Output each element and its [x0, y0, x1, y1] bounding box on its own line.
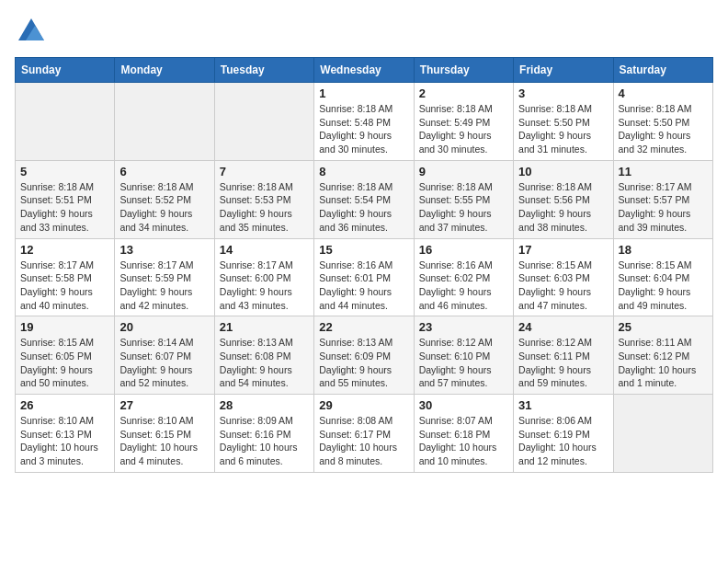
day-number: 9 — [419, 165, 508, 178]
calendar-table: SundayMondayTuesdayWednesdayThursdayFrid… — [15, 57, 713, 473]
calendar-header-row: SundayMondayTuesdayWednesdayThursdayFrid… — [16, 58, 713, 83]
calendar-day-cell: 27Sunrise: 8:10 AM Sunset: 6:15 PM Dayli… — [115, 395, 214, 473]
day-info: Sunrise: 8:17 AM Sunset: 5:59 PM Dayligh… — [119, 259, 209, 313]
day-number: 16 — [419, 243, 508, 257]
calendar-day-cell: 4Sunrise: 8:18 AM Sunset: 5:50 PM Daylig… — [613, 83, 712, 161]
day-number: 29 — [319, 398, 408, 412]
day-number: 12 — [20, 243, 109, 257]
calendar-day-cell: 3Sunrise: 8:18 AM Sunset: 5:50 PM Daylig… — [514, 83, 613, 161]
day-of-week-header: Thursday — [414, 58, 513, 83]
day-info: Sunrise: 8:08 AM Sunset: 6:17 PM Dayligh… — [319, 414, 408, 468]
calendar-week-row: 19Sunrise: 8:15 AM Sunset: 6:05 PM Dayli… — [16, 316, 713, 395]
day-number: 21 — [220, 320, 309, 334]
calendar-day-cell: 31Sunrise: 8:06 AM Sunset: 6:19 PM Dayli… — [514, 395, 613, 473]
day-info: Sunrise: 8:18 AM Sunset: 5:54 PM Dayligh… — [319, 180, 408, 235]
calendar-day-cell: 11Sunrise: 8:17 AM Sunset: 5:57 PM Dayli… — [613, 160, 712, 238]
calendar-day-cell: 29Sunrise: 8:08 AM Sunset: 6:17 PM Dayli… — [314, 395, 414, 473]
calendar-week-row: 12Sunrise: 8:17 AM Sunset: 5:58 PM Dayli… — [16, 238, 713, 316]
calendar-day-cell: 25Sunrise: 8:11 AM Sunset: 6:12 PM Dayli… — [613, 316, 712, 395]
day-number: 11 — [619, 165, 708, 178]
calendar-day-cell: 19Sunrise: 8:15 AM Sunset: 6:05 PM Dayli… — [16, 316, 115, 395]
calendar-week-row: 1Sunrise: 8:18 AM Sunset: 5:48 PM Daylig… — [16, 83, 713, 161]
day-number: 20 — [119, 320, 209, 334]
day-number: 24 — [518, 320, 608, 334]
calendar-day-cell: 10Sunrise: 8:18 AM Sunset: 5:56 PM Dayli… — [514, 160, 613, 238]
calendar-day-cell: 30Sunrise: 8:07 AM Sunset: 6:18 PM Dayli… — [414, 395, 513, 473]
day-info: Sunrise: 8:18 AM Sunset: 5:50 PM Dayligh… — [619, 102, 708, 156]
calendar-day-cell: 14Sunrise: 8:17 AM Sunset: 6:00 PM Dayli… — [214, 238, 313, 316]
calendar-day-cell — [214, 83, 313, 161]
day-of-week-header: Monday — [115, 58, 214, 83]
calendar-day-cell: 23Sunrise: 8:12 AM Sunset: 6:10 PM Dayli… — [414, 316, 513, 395]
calendar-day-cell: 20Sunrise: 8:14 AM Sunset: 6:07 PM Dayli… — [115, 316, 214, 395]
calendar-day-cell: 2Sunrise: 8:18 AM Sunset: 5:49 PM Daylig… — [414, 83, 513, 161]
day-number: 13 — [119, 243, 209, 257]
calendar-day-cell: 8Sunrise: 8:18 AM Sunset: 5:54 PM Daylig… — [314, 160, 414, 238]
calendar-day-cell: 18Sunrise: 8:15 AM Sunset: 6:04 PM Dayli… — [613, 238, 712, 316]
day-info: Sunrise: 8:18 AM Sunset: 5:51 PM Dayligh… — [20, 180, 109, 235]
calendar-day-cell: 24Sunrise: 8:12 AM Sunset: 6:11 PM Dayli… — [514, 316, 613, 395]
calendar-day-cell: 26Sunrise: 8:10 AM Sunset: 6:13 PM Dayli… — [16, 395, 115, 473]
day-info: Sunrise: 8:10 AM Sunset: 6:15 PM Dayligh… — [119, 414, 209, 468]
day-number: 31 — [518, 398, 608, 412]
day-info: Sunrise: 8:06 AM Sunset: 6:19 PM Dayligh… — [518, 414, 608, 468]
day-number: 15 — [319, 243, 408, 257]
day-number: 1 — [319, 86, 408, 100]
calendar-day-cell — [16, 83, 115, 161]
calendar-day-cell: 17Sunrise: 8:15 AM Sunset: 6:03 PM Dayli… — [514, 238, 613, 316]
day-info: Sunrise: 8:15 AM Sunset: 6:04 PM Dayligh… — [619, 259, 708, 313]
day-info: Sunrise: 8:13 AM Sunset: 6:08 PM Dayligh… — [220, 336, 309, 390]
day-number: 14 — [220, 243, 309, 257]
day-info: Sunrise: 8:14 AM Sunset: 6:07 PM Dayligh… — [119, 336, 209, 390]
calendar-day-cell — [115, 83, 214, 161]
day-number: 26 — [20, 398, 109, 412]
day-number: 8 — [319, 165, 408, 178]
calendar-day-cell: 21Sunrise: 8:13 AM Sunset: 6:08 PM Dayli… — [214, 316, 313, 395]
day-number: 25 — [619, 320, 708, 334]
day-info: Sunrise: 8:09 AM Sunset: 6:16 PM Dayligh… — [220, 414, 309, 468]
day-number: 6 — [119, 165, 209, 178]
calendar-day-cell: 7Sunrise: 8:18 AM Sunset: 5:53 PM Daylig… — [214, 160, 313, 238]
day-info: Sunrise: 8:15 AM Sunset: 6:05 PM Dayligh… — [20, 336, 109, 390]
day-of-week-header: Saturday — [613, 58, 712, 83]
calendar-day-cell: 1Sunrise: 8:18 AM Sunset: 5:48 PM Daylig… — [314, 83, 414, 161]
day-info: Sunrise: 8:17 AM Sunset: 6:00 PM Dayligh… — [220, 259, 309, 313]
day-info: Sunrise: 8:15 AM Sunset: 6:03 PM Dayligh… — [518, 259, 608, 313]
calendar-week-row: 26Sunrise: 8:10 AM Sunset: 6:13 PM Dayli… — [16, 395, 713, 473]
day-info: Sunrise: 8:18 AM Sunset: 5:53 PM Dayligh… — [220, 180, 309, 235]
day-info: Sunrise: 8:18 AM Sunset: 5:52 PM Dayligh… — [119, 180, 209, 235]
day-number: 22 — [319, 320, 408, 334]
day-of-week-header: Sunday — [16, 58, 115, 83]
day-number: 3 — [518, 86, 608, 100]
logo — [15, 15, 51, 48]
day-number: 30 — [419, 398, 508, 412]
calendar-day-cell: 28Sunrise: 8:09 AM Sunset: 6:16 PM Dayli… — [214, 395, 313, 473]
day-info: Sunrise: 8:17 AM Sunset: 5:57 PM Dayligh… — [619, 180, 708, 235]
calendar-day-cell: 12Sunrise: 8:17 AM Sunset: 5:58 PM Dayli… — [16, 238, 115, 316]
calendar-day-cell — [613, 395, 712, 473]
page-header — [15, 15, 713, 48]
calendar-day-cell: 22Sunrise: 8:13 AM Sunset: 6:09 PM Dayli… — [314, 316, 414, 395]
calendar-day-cell: 9Sunrise: 8:18 AM Sunset: 5:55 PM Daylig… — [414, 160, 513, 238]
day-info: Sunrise: 8:18 AM Sunset: 5:56 PM Dayligh… — [518, 180, 608, 235]
day-number: 19 — [20, 320, 109, 334]
day-number: 23 — [419, 320, 508, 334]
day-number: 2 — [419, 86, 508, 100]
day-number: 27 — [119, 398, 209, 412]
day-info: Sunrise: 8:10 AM Sunset: 6:13 PM Dayligh… — [20, 414, 109, 468]
day-info: Sunrise: 8:18 AM Sunset: 5:50 PM Dayligh… — [518, 102, 608, 156]
day-info: Sunrise: 8:18 AM Sunset: 5:55 PM Dayligh… — [419, 180, 508, 235]
day-info: Sunrise: 8:16 AM Sunset: 6:02 PM Dayligh… — [419, 259, 508, 313]
day-info: Sunrise: 8:17 AM Sunset: 5:58 PM Dayligh… — [20, 259, 109, 313]
day-number: 4 — [619, 86, 708, 100]
calendar-day-cell: 5Sunrise: 8:18 AM Sunset: 5:51 PM Daylig… — [16, 160, 115, 238]
day-info: Sunrise: 8:13 AM Sunset: 6:09 PM Dayligh… — [319, 336, 408, 390]
calendar-day-cell: 6Sunrise: 8:18 AM Sunset: 5:52 PM Daylig… — [115, 160, 214, 238]
day-info: Sunrise: 8:18 AM Sunset: 5:49 PM Dayligh… — [419, 102, 508, 156]
day-number: 28 — [220, 398, 309, 412]
calendar-week-row: 5Sunrise: 8:18 AM Sunset: 5:51 PM Daylig… — [16, 160, 713, 238]
calendar-day-cell: 16Sunrise: 8:16 AM Sunset: 6:02 PM Dayli… — [414, 238, 513, 316]
day-info: Sunrise: 8:12 AM Sunset: 6:10 PM Dayligh… — [419, 336, 508, 390]
logo-icon — [15, 15, 48, 48]
day-info: Sunrise: 8:16 AM Sunset: 6:01 PM Dayligh… — [319, 259, 408, 313]
